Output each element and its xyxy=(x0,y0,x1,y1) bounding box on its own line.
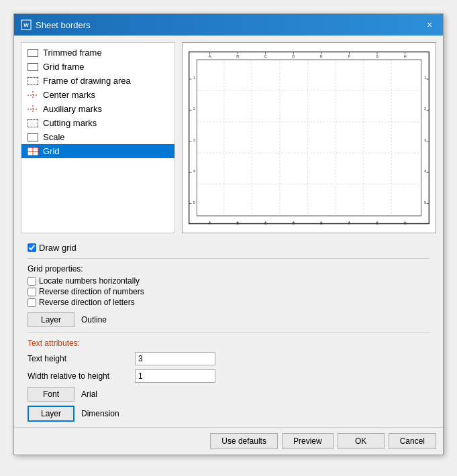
auxiliary-marks-icon xyxy=(27,105,39,114)
dialog-content: Trimmed frame Grid frame Frame of drawin… xyxy=(14,36,443,240)
grid-icon xyxy=(27,147,39,156)
layer-dimension-value: Dimension xyxy=(81,409,119,418)
svg-text:C: C xyxy=(264,54,267,58)
svg-text:5: 5 xyxy=(424,200,426,204)
svg-text:5: 5 xyxy=(193,200,195,204)
draw-grid-label[interactable]: Draw grid xyxy=(39,243,77,253)
items-list: Trimmed frame Grid frame Frame of drawin… xyxy=(21,42,175,233)
use-defaults-button[interactable]: Use defaults xyxy=(210,433,278,449)
svg-text:2: 2 xyxy=(193,107,195,111)
divider-2 xyxy=(28,333,429,333)
sheet-borders-dialog: W Sheet borders × Trimmed frame Grid fra… xyxy=(13,13,444,455)
sidebar-item-center-marks[interactable]: Center marks xyxy=(21,88,174,102)
width-relative-input[interactable] xyxy=(135,369,215,383)
close-button[interactable]: × xyxy=(423,18,436,32)
svg-text:W: W xyxy=(23,22,29,28)
layer-outline-value: Outline xyxy=(81,315,107,324)
reverse-numbers-checkbox[interactable] xyxy=(28,288,36,296)
dialog-title: Sheet borders xyxy=(36,20,91,30)
draw-grid-checkbox[interactable] xyxy=(28,243,36,252)
cancel-button[interactable]: Cancel xyxy=(389,433,436,449)
font-row: Font Arial xyxy=(28,387,429,402)
frame-drawing-area-icon xyxy=(27,76,39,86)
sidebar-item-frame-drawing-area[interactable]: Frame of drawing area xyxy=(21,74,174,88)
layer-dimension-button[interactable]: Layer xyxy=(28,406,74,422)
sidebar-item-grid[interactable]: Grid xyxy=(21,144,174,158)
font-button[interactable]: Font xyxy=(28,387,74,402)
cutting-marks-icon xyxy=(27,119,39,128)
text-attributes-title: Text attributes: xyxy=(28,339,429,348)
title-bar: W Sheet borders × xyxy=(14,14,443,36)
sidebar-item-auxiliary-marks[interactable]: Auxiliary marks xyxy=(21,102,174,116)
right-panel: A B C D E F G H A B C D E F G H xyxy=(182,42,436,233)
sidebar-item-cutting-marks[interactable]: Cutting marks xyxy=(21,116,174,130)
reverse-numbers-label[interactable]: Reverse direction of numbers xyxy=(39,287,144,296)
width-relative-label: Width relative to height xyxy=(28,371,135,381)
reverse-letters-row: Reverse direction of letters xyxy=(28,298,429,307)
svg-text:2: 2 xyxy=(424,107,426,111)
svg-text:A: A xyxy=(209,54,211,58)
scale-icon xyxy=(27,133,39,142)
locate-numbers-label[interactable]: Locate numbers horizontally xyxy=(39,276,140,286)
reverse-numbers-row: Reverse direction of numbers xyxy=(28,287,429,296)
divider-1 xyxy=(28,258,429,259)
font-value: Arial xyxy=(81,390,97,399)
svg-text:E: E xyxy=(320,54,323,58)
grid-properties-label: Grid properties: xyxy=(28,264,429,274)
grid-frame-icon xyxy=(27,62,39,72)
locate-numbers-row: Locate numbers horizontally xyxy=(28,276,429,286)
text-height-input[interactable] xyxy=(135,352,215,365)
text-height-row: Text height xyxy=(28,352,429,365)
text-height-label: Text height xyxy=(28,354,135,363)
title-bar-left: W Sheet borders xyxy=(21,19,91,30)
layer-dimension-row: Layer Dimension xyxy=(28,406,429,422)
draw-grid-row: Draw grid xyxy=(28,243,429,253)
preview-button[interactable]: Preview xyxy=(282,433,334,449)
reverse-letters-checkbox[interactable] xyxy=(28,298,36,307)
sidebar-item-grid-frame[interactable]: Grid frame xyxy=(21,60,174,74)
svg-rect-12 xyxy=(189,52,429,223)
width-relative-row: Width relative to height xyxy=(28,369,429,383)
reverse-letters-label[interactable]: Reverse direction of letters xyxy=(39,298,135,307)
sidebar-item-scale[interactable]: Scale xyxy=(21,130,174,144)
locate-numbers-checkbox[interactable] xyxy=(28,277,36,286)
app-icon: W xyxy=(21,19,32,30)
svg-text:H: H xyxy=(403,54,406,58)
svg-text:F: F xyxy=(348,54,351,58)
center-marks-icon xyxy=(27,91,39,100)
layer-outline-row: Layer Outline xyxy=(28,312,429,327)
svg-text:B: B xyxy=(236,54,239,58)
sidebar-item-trimmed-frame[interactable]: Trimmed frame xyxy=(21,46,174,60)
svg-text:1: 1 xyxy=(424,76,426,80)
footer-buttons: Use defaults Preview OK Cancel xyxy=(14,427,443,455)
ok-button[interactable]: OK xyxy=(338,433,385,449)
svg-text:1: 1 xyxy=(193,76,195,80)
properties-area: Draw grid Grid properties: Locate number… xyxy=(14,240,443,422)
svg-text:D: D xyxy=(292,54,295,58)
svg-text:G: G xyxy=(376,54,379,58)
layer-button[interactable]: Layer xyxy=(28,312,74,327)
svg-text:3: 3 xyxy=(193,138,195,142)
trimmed-frame-icon xyxy=(27,48,39,58)
preview-area: A B C D E F G H A B C D E F G H xyxy=(182,42,436,233)
svg-text:3: 3 xyxy=(424,138,426,142)
